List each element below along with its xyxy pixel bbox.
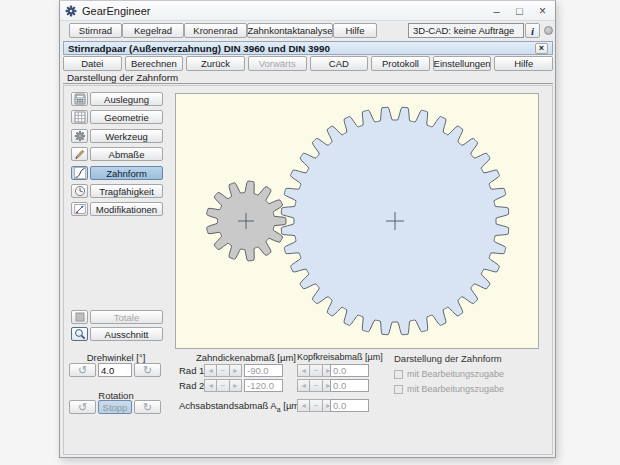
menu-zahnkontaktanalyse[interactable]: Zahnkontaktanalyse xyxy=(247,23,333,38)
status-led-icon xyxy=(544,26,553,35)
spin-left-icon: ◂ xyxy=(297,399,310,412)
pencil-icon xyxy=(74,148,86,160)
toolbar-zurueck[interactable]: Zurück xyxy=(186,56,245,71)
rad2-spinner: ◂−▸ xyxy=(204,379,241,392)
toolbar-berechnen[interactable]: Berechnen xyxy=(125,56,184,71)
sidebar-item-zahnform[interactable]: Zahnform xyxy=(90,166,163,180)
ausschnitt-icon-button[interactable] xyxy=(71,327,88,341)
rotate-cw-icon: ↻ xyxy=(143,364,152,377)
drehwinkel-input[interactable] xyxy=(98,363,132,377)
tooth-profile-icon xyxy=(74,167,86,179)
kopfkreis-spinner-2: ◂−▸ xyxy=(297,379,334,392)
sidebar-item-auslegung[interactable]: Auslegung xyxy=(90,92,163,106)
spin-minus-icon: − xyxy=(309,364,322,377)
rotate-cw-icon: ↻ xyxy=(143,401,152,414)
sidebar-item-modifikationen[interactable]: Modifikationen xyxy=(90,202,163,216)
rotation-cw-button[interactable]: ↻ xyxy=(134,400,161,414)
rad1-zahndicken-input xyxy=(244,364,283,377)
gear-tool-icon xyxy=(74,130,86,142)
rotate-ccw-icon: ↺ xyxy=(78,364,87,377)
section-title: Darstellung der Zahnform xyxy=(67,72,178,83)
rotate-cw-step-button[interactable]: ↻ xyxy=(134,363,161,377)
view-button-ausschnitt[interactable]: Ausschnitt xyxy=(90,327,163,341)
menu-stirnrad[interactable]: Stirnrad xyxy=(69,23,122,38)
rad2-zahndicken-input xyxy=(244,379,283,392)
werkzeug-icon-button[interactable] xyxy=(71,129,88,143)
rad2-label: Rad 2 xyxy=(179,380,204,391)
toolbar-hilfe[interactable]: Hilfe xyxy=(494,56,553,71)
checkbox-icon xyxy=(394,370,403,379)
darstellung-label: Darstellung der Zahnform xyxy=(394,353,502,364)
rad1-label: Rad 1 xyxy=(179,365,204,376)
rotation-ccw-button[interactable]: ↺ xyxy=(69,400,96,414)
achsabstand-spinner: ◂−▸ xyxy=(297,399,334,412)
rotate-ccw-step-button[interactable]: ↺ xyxy=(69,363,96,377)
geometrie-icon-button[interactable] xyxy=(71,110,88,124)
tragfaehigkeit-icon-button[interactable] xyxy=(71,184,88,198)
menu-hilfe[interactable]: Hilfe xyxy=(333,23,377,38)
bearbeitungszugabe-checkbox-2: mit Bearbeitungszugabe xyxy=(394,384,504,394)
magnifier-icon xyxy=(74,328,86,340)
rad1-spinner: ◂−▸ xyxy=(204,364,241,377)
spin-right-icon: ▸ xyxy=(229,379,242,392)
kopfkreis-spinner-1: ◂−▸ xyxy=(297,364,334,377)
view-button-totale: Totale xyxy=(90,310,163,324)
sidebar-item-werkzeug[interactable]: Werkzeug xyxy=(90,129,163,143)
grid-icon xyxy=(74,111,86,123)
gauge-icon xyxy=(74,185,86,197)
menu-kronenrad[interactable]: Kronenrad xyxy=(184,23,247,38)
modification-arrow-icon xyxy=(74,203,86,215)
toolbar-vorwaerts: Vorwärts xyxy=(248,56,307,71)
task-close-button[interactable]: × xyxy=(535,43,548,54)
task-title: Stirnradpaar (Außenverzahnung) DIN 3960 … xyxy=(68,43,330,54)
totale-icon-button xyxy=(71,310,88,324)
app-window: GearEngineer – □ × Stirnrad Kegelrad Kro… xyxy=(59,0,556,458)
abmasse-icon-button[interactable] xyxy=(71,147,88,161)
info-icon: i xyxy=(531,25,534,37)
zahnform-icon-button[interactable] xyxy=(71,166,88,180)
spin-minus-icon: − xyxy=(216,364,229,377)
spin-left-icon: ◂ xyxy=(297,364,310,377)
checkbox-icon xyxy=(394,385,403,394)
spin-left-icon: ◂ xyxy=(297,379,310,392)
sidebar-item-geometrie[interactable]: Geometrie xyxy=(90,110,163,124)
zahndicken-label: Zahndickenabmaß [µm] xyxy=(196,352,292,363)
toolbar: Datei Berechnen Zurück Vorwärts CAD Prot… xyxy=(63,56,553,71)
gear-drawing-canvas[interactable] xyxy=(175,93,539,349)
sidebar-item-tragfaehigkeit[interactable]: Tragfähigkeit xyxy=(90,184,163,198)
spin-minus-icon: − xyxy=(216,379,229,392)
app-gear-icon xyxy=(65,5,77,17)
kopfkreis-input-2 xyxy=(330,379,369,392)
toolbar-protokoll[interactable]: Protokoll xyxy=(371,56,430,71)
full-view-icon xyxy=(74,311,86,323)
minimize-button[interactable]: – xyxy=(489,3,504,18)
spin-left-icon: ◂ xyxy=(204,364,217,377)
calculator-icon xyxy=(74,93,86,105)
toolbar-einstellungen[interactable]: Einstellungen xyxy=(433,56,492,71)
spin-left-icon: ◂ xyxy=(204,379,217,392)
achsabstand-input xyxy=(330,399,369,412)
kopfkreis-input-1 xyxy=(330,364,369,377)
close-button[interactable]: × xyxy=(535,3,550,18)
modifikationen-icon-button[interactable] xyxy=(71,202,88,216)
info-button[interactable]: i xyxy=(525,23,540,38)
titlebar: GearEngineer – □ × xyxy=(60,1,555,21)
spin-right-icon: ▸ xyxy=(229,364,242,377)
cad-status-field: 3D-CAD: keine Aufträge xyxy=(408,23,524,38)
window-title: GearEngineer xyxy=(82,5,151,17)
task-header: Stirnradpaar (Außenverzahnung) DIN 3960 … xyxy=(63,41,553,55)
spin-minus-icon: − xyxy=(309,379,322,392)
toolbar-datei[interactable]: Datei xyxy=(63,56,122,71)
sidebar-item-abmasse[interactable]: Abmaße xyxy=(90,147,163,161)
kopfkreis-label: Kopfkreisabmaß [µm] xyxy=(297,352,383,362)
drehwinkel-label: Drehwinkel [°] xyxy=(69,352,163,363)
bearbeitungszugabe-checkbox-1: mit Bearbeitungszugabe xyxy=(394,369,504,379)
auslegung-icon-button[interactable] xyxy=(71,92,88,106)
section-divider xyxy=(63,83,553,84)
rotation-stop-button[interactable]: Stopp xyxy=(98,400,132,414)
maximize-button[interactable]: □ xyxy=(512,3,527,18)
spin-minus-icon: − xyxy=(309,399,322,412)
achsabstand-label: Achsabstandsabmaß Aa [µm] xyxy=(179,400,302,413)
toolbar-cad[interactable]: CAD xyxy=(310,56,369,71)
menu-kegelrad[interactable]: Kegelrad xyxy=(122,23,184,38)
